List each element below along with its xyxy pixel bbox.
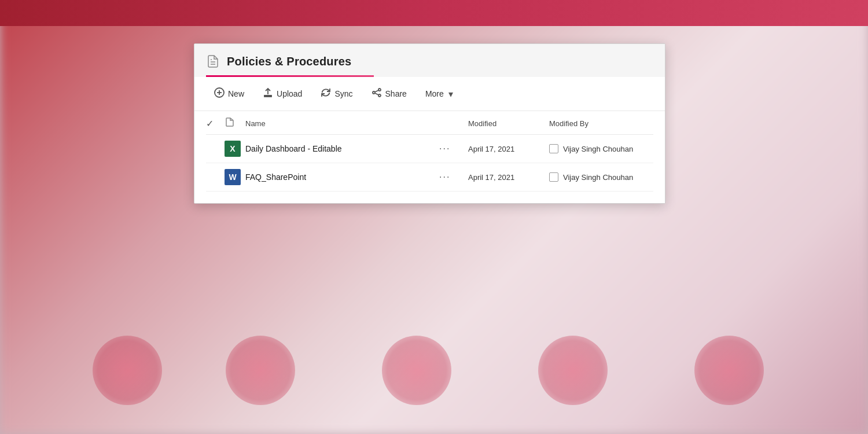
share-icon: [372, 87, 382, 100]
more-label: More: [425, 89, 444, 98]
select-all-check[interactable]: ✓: [206, 119, 214, 128]
bg-circle-4: [538, 336, 608, 405]
bg-circle-2: [226, 336, 295, 405]
table-row[interactable]: Daily Dashboard - Editable ··· April 17,…: [206, 135, 653, 163]
svg-line-9: [375, 90, 378, 92]
name-column-header: Name: [245, 119, 439, 128]
row-1-name[interactable]: Daily Dashboard - Editable: [245, 144, 439, 153]
bg-circle-3: [382, 336, 451, 405]
row-2-modified: April 17, 2021: [468, 173, 549, 182]
svg-point-6: [378, 89, 381, 91]
row-2-modified-by-name: Vijay Singh Chouhan: [563, 173, 633, 182]
bg-circle-5: [694, 336, 764, 405]
modified-column-header: Modified: [468, 119, 549, 128]
row-2-options[interactable]: ···: [439, 172, 468, 182]
modified-by-column-header: Modified By: [549, 119, 653, 128]
icon-column-header: [225, 117, 245, 130]
chevron-down-icon: ▾: [448, 89, 453, 100]
row-1-options[interactable]: ···: [439, 144, 468, 154]
share-button[interactable]: Share: [363, 83, 415, 105]
row-2-profile-icon: [549, 172, 558, 182]
word-icon-2: [225, 169, 241, 185]
panel-header: Policies & Procedures: [194, 44, 665, 75]
sync-icon: [321, 87, 331, 100]
check-column-header: ✓: [206, 118, 225, 129]
svg-point-8: [378, 94, 381, 97]
new-label: New: [228, 89, 244, 98]
share-label: Share: [385, 89, 407, 98]
sync-button[interactable]: Sync: [312, 83, 361, 105]
row-1-modified-by-name: Vijay Singh Chouhan: [563, 145, 633, 153]
table-row[interactable]: FAQ_SharePoint ··· April 17, 2021 Vijay …: [206, 163, 653, 192]
upload-button[interactable]: Upload: [255, 83, 310, 105]
more-button[interactable]: More ▾: [417, 84, 461, 104]
row-1-modified: April 17, 2021: [468, 145, 549, 153]
svg-line-10: [375, 93, 378, 95]
row-2-modified-by: Vijay Singh Chouhan: [549, 172, 653, 182]
row-2-name[interactable]: FAQ_SharePoint: [245, 172, 439, 182]
file-list: ✓ Name Modified Modified By Daily Dashbo…: [194, 111, 665, 203]
upload-icon: [263, 87, 273, 100]
panel-title: Policies & Procedures: [227, 55, 351, 68]
new-icon: [214, 87, 225, 100]
row-1-file-icon: [225, 141, 245, 157]
document-icon: [206, 54, 220, 68]
new-button[interactable]: New: [206, 83, 252, 105]
row-1-modified-by: Vijay Singh Chouhan: [549, 144, 653, 153]
row-2-file-icon: [225, 169, 245, 185]
bg-circle-1: [93, 336, 162, 405]
document-panel: Policies & Procedures New: [194, 43, 665, 204]
column-headers: ✓ Name Modified Modified By: [206, 111, 653, 135]
svg-point-7: [373, 91, 375, 94]
top-bar: [0, 0, 868, 26]
row-1-profile-icon: [549, 144, 558, 153]
excel-icon-1: [225, 141, 241, 157]
sync-label: Sync: [334, 89, 352, 98]
toolbar: New Upload Sync: [194, 77, 665, 111]
upload-label: Upload: [277, 89, 302, 98]
